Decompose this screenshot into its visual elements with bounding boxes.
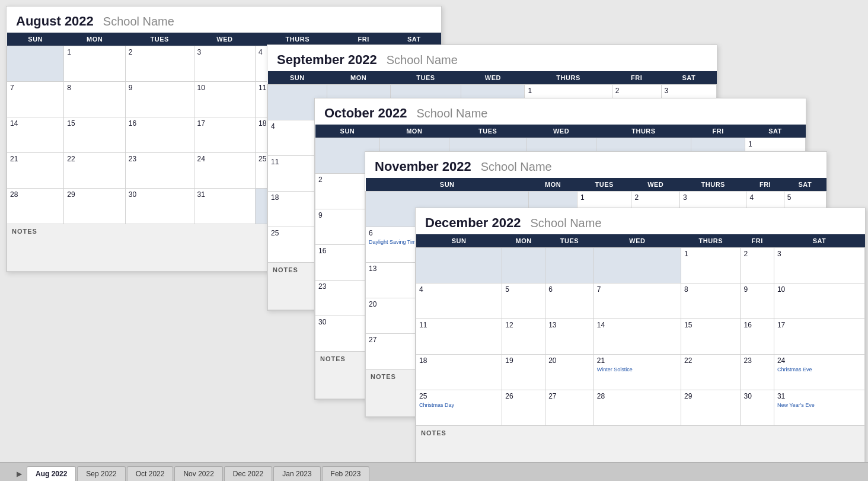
sep-header: September 2022 School Name — [267, 45, 717, 71]
dec-col-sun: SUN — [416, 234, 502, 248]
nov-col-fri: FRI — [746, 178, 784, 192]
dec-cell-4: 4 — [416, 283, 502, 319]
nov-col-mon: MON — [529, 178, 577, 192]
table-row: 11 12 13 14 15 16 17 — [416, 319, 865, 355]
aug-cell-29: 29 — [64, 189, 126, 224]
dec-cell-21: 21Winter Solstice — [593, 355, 681, 390]
sep-col-sun: SUN — [268, 71, 327, 85]
tab-jan-2023[interactable]: Jan 2023 — [273, 466, 320, 481]
oct-col-thu: THURS — [596, 125, 691, 138]
nav-prev-arrow[interactable]: ▶ — [12, 467, 27, 481]
sep-col-fri: FRI — [612, 71, 661, 85]
aug-cell-7: 7 — [7, 82, 64, 117]
aug-cell-22: 22 — [64, 153, 126, 189]
dec-col-thu: THURS — [681, 234, 741, 248]
dec-cell-31: 31New Year's Eve — [774, 390, 864, 426]
tab-aug-2022[interactable]: Aug 2022 — [27, 466, 76, 481]
aug-cell-8: 8 — [64, 82, 126, 117]
dec-cell-1: 1 — [681, 248, 741, 283]
aug-cell-15: 15 — [64, 117, 126, 153]
dec-cell-empty — [545, 248, 594, 283]
aug-cell-9: 9 — [125, 82, 194, 117]
nov-col-wed: WED — [631, 178, 680, 192]
dec-col-wed: WED — [593, 234, 681, 248]
aug-cell-1: 1 — [64, 46, 126, 82]
table-row: 1 2 3 — [416, 248, 865, 283]
tab-oct-2022[interactable]: Oct 2022 — [127, 466, 174, 481]
aug-cell-24: 24 — [194, 153, 256, 189]
dec-col-tue: TUES — [545, 234, 594, 248]
nov-school: School Name — [481, 160, 552, 174]
sep-col-thu: THURS — [525, 71, 612, 85]
tabs-bar: ▶ Aug 2022 Sep 2022 Oct 2022 Nov 2022 De… — [0, 462, 868, 481]
oct-title: October 2022 — [324, 106, 407, 121]
dec-cell-26: 26 — [502, 390, 545, 426]
aug-cell-10: 10 — [194, 82, 256, 117]
dec-cell-24: 24Christmas Eve — [774, 355, 864, 390]
oct-col-sat: SAT — [745, 125, 805, 138]
nov-col-tue: TUES — [577, 178, 631, 192]
dec-cell-6: 6 — [545, 283, 594, 319]
dec-cell-20: 20 — [545, 355, 594, 390]
tab-nov-2022[interactable]: Nov 2022 — [174, 466, 222, 481]
tab-dec-2022[interactable]: Dec 2022 — [224, 466, 272, 481]
dec-cell-8: 8 — [681, 283, 741, 319]
dec-cell-empty — [502, 248, 545, 283]
sep-title: September 2022 — [277, 52, 377, 68]
dec-grid: SUN MON TUES WED THURS FRI SAT 1 2 3 4 — [416, 234, 865, 473]
table-row: 18 19 20 21Winter Solstice 22 23 24Chris… — [416, 355, 865, 390]
aug-cell-31: 31 — [194, 189, 256, 224]
tab-feb-2023[interactable]: Feb 2023 — [322, 466, 370, 481]
dec-cell-18: 18 — [416, 355, 502, 390]
dec-cell-13: 13 — [545, 319, 594, 355]
dec-cell-11: 11 — [416, 319, 502, 355]
dec-cell-14: 14 — [593, 319, 681, 355]
oct-col-wed: WED — [526, 125, 596, 138]
dec-cell-empty — [593, 248, 681, 283]
nov-header: November 2022 School Name — [365, 152, 826, 178]
aug-cell-21: 21 — [7, 153, 64, 189]
nov-col-sat: SAT — [784, 178, 826, 192]
tab-sep-2022[interactable]: Sep 2022 — [77, 466, 125, 481]
sep-col-mon: MON — [327, 71, 390, 85]
dec-cell-30: 30 — [741, 390, 774, 426]
aug-cell-23: 23 — [125, 153, 194, 189]
aug-col-sun: SUN — [7, 33, 64, 46]
dec-calendar-sheet: December 2022 School Name SUN MON TUES W… — [415, 208, 866, 474]
dec-col-sat: SAT — [774, 234, 864, 248]
dec-school: School Name — [530, 216, 601, 230]
dec-cell-28: 28 — [593, 390, 681, 426]
aug-col-wed: WED — [194, 33, 256, 46]
aug-cell-16: 16 — [125, 117, 194, 153]
dec-header: December 2022 School Name — [416, 208, 865, 234]
dec-cell-10: 10 — [774, 283, 864, 319]
dec-cell-2: 2 — [741, 248, 774, 283]
aug-cell-14: 14 — [7, 117, 64, 153]
sep-col-wed: WED — [461, 71, 525, 85]
dec-cell-22: 22 — [681, 355, 741, 390]
dec-col-fri: FRI — [741, 234, 774, 248]
dec-cell-empty — [416, 248, 502, 283]
aug-cell-17: 17 — [194, 117, 256, 153]
dec-title: December 2022 — [425, 215, 521, 231]
aug-cell-30: 30 — [125, 189, 194, 224]
nov-title: November 2022 — [375, 159, 471, 174]
dec-cell-29: 29 — [681, 390, 741, 426]
dec-cell-3: 3 — [774, 248, 864, 283]
aug-school: School Name — [103, 15, 174, 28]
oct-col-mon: MON — [379, 125, 449, 138]
dec-cell-23: 23 — [741, 355, 774, 390]
dec-col-mon: MON — [502, 234, 545, 248]
sep-col-tue: TUES — [390, 71, 461, 85]
aug-header: August 2022 School Name — [7, 7, 441, 33]
dec-cell-19: 19 — [502, 355, 545, 390]
aug-title: August 2022 — [16, 14, 94, 29]
oct-col-fri: FRI — [691, 125, 745, 138]
dec-cell-9: 9 — [741, 283, 774, 319]
dec-cell-17: 17 — [774, 319, 864, 355]
sep-school: School Name — [387, 53, 458, 67]
dec-cell-16: 16 — [741, 319, 774, 355]
oct-col-sun: SUN — [315, 125, 380, 138]
aug-cell-28: 28 — [7, 189, 64, 224]
oct-school: School Name — [416, 107, 487, 120]
